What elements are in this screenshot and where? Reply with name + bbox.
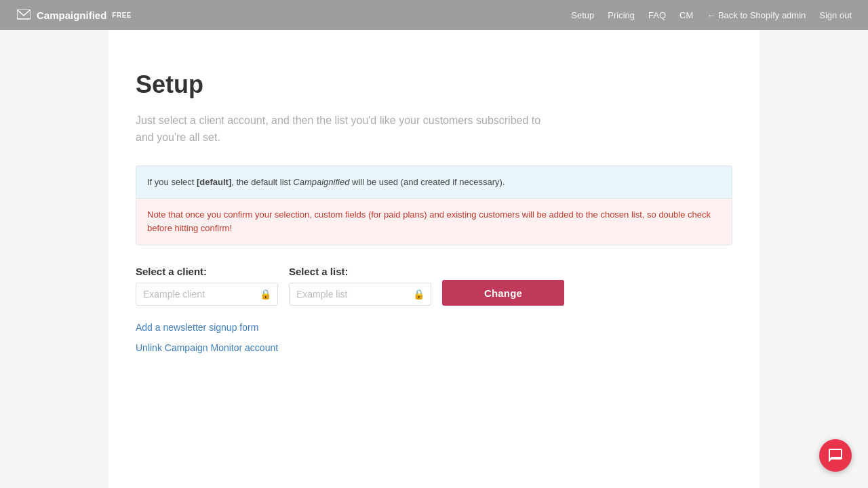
page-title: Setup	[136, 70, 732, 99]
top-nav: Campaignified FREE Setup Pricing FAQ CM …	[0, 0, 868, 30]
nav-pricing[interactable]: Pricing	[608, 10, 635, 20]
info-italic: Campaignified	[293, 177, 349, 187]
client-group: Select a client: 🔒	[136, 266, 278, 306]
add-newsletter-form-link[interactable]: Add a newsletter signup form	[136, 322, 732, 333]
action-links: Add a newsletter signup form Unlink Camp…	[136, 322, 732, 353]
warn-text: Note that once you confirm your selectio…	[147, 209, 711, 233]
info-bracket: [default]	[197, 177, 231, 187]
nav-sign-out[interactable]: Sign out	[819, 10, 852, 20]
free-badge: FREE	[112, 12, 132, 19]
list-input-wrapper: 🔒	[289, 283, 431, 306]
warn-notice: Note that once you confirm your selectio…	[136, 199, 732, 245]
client-label: Select a client:	[136, 266, 278, 277]
list-group: Select a list: 🔒	[289, 266, 431, 306]
info-notice: If you select [default], the default lis…	[136, 166, 732, 199]
nav-links: Setup Pricing FAQ CM ← Back to Shopify a…	[571, 10, 852, 20]
client-input-wrapper: 🔒	[136, 283, 278, 306]
info-text-end: will be used (and created if necessary).	[349, 177, 505, 187]
list-input[interactable]	[289, 283, 431, 306]
nav-faq[interactable]: FAQ	[648, 10, 666, 20]
info-text-before: If you select	[147, 177, 197, 187]
main-content: Setup Just select a client account, and …	[108, 30, 760, 488]
unlink-account-link[interactable]: Unlink Campaign Monitor account	[136, 342, 732, 353]
chat-button[interactable]	[819, 439, 852, 472]
list-label: Select a list:	[289, 266, 431, 277]
selection-row: Select a client: 🔒 Select a list: 🔒 Chan…	[136, 266, 732, 306]
brand-name: Campaignified	[37, 9, 106, 21]
change-button[interactable]: Change	[442, 280, 564, 306]
chat-icon	[827, 447, 844, 464]
client-input[interactable]	[136, 283, 278, 306]
logo-icon	[16, 7, 31, 22]
info-text-after: , the default list	[231, 177, 293, 187]
nav-cm[interactable]: CM	[679, 10, 693, 20]
brand-logo: Campaignified FREE	[16, 7, 132, 22]
nav-setup[interactable]: Setup	[571, 10, 594, 20]
page-subtitle: Just select a client account, and then t…	[136, 113, 542, 146]
notice-boxes: If you select [default], the default lis…	[136, 165, 732, 246]
nav-back-to-shopify[interactable]: ← Back to Shopify admin	[707, 10, 806, 20]
